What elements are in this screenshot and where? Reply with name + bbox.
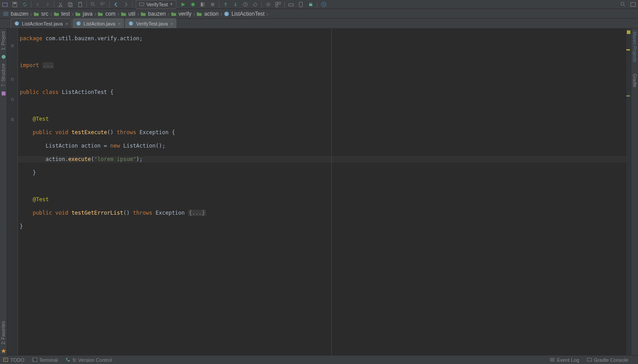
search-icon[interactable] — [618, 0, 628, 9]
svg-text:C: C — [16, 22, 18, 25]
run-icon[interactable] — [178, 0, 188, 9]
svg-point-25 — [311, 2, 312, 3]
line-marker[interactable] — [626, 49, 630, 51]
copy-icon[interactable] — [65, 0, 75, 9]
run-config-dropdown[interactable]: VerifyTest ▼ — [136, 0, 176, 9]
editor-margin-line — [331, 29, 332, 355]
line-marker[interactable] — [626, 95, 630, 97]
paste-icon[interactable] — [75, 0, 85, 9]
fold-collapse-icon[interactable]: ⊟ — [7, 96, 17, 102]
editor-tab[interactable]: CListActionTest.java× — [11, 18, 72, 28]
svg-point-24 — [309, 2, 310, 3]
save-icon[interactable] — [10, 0, 20, 9]
svg-rect-43 — [32, 358, 37, 361]
find-icon[interactable] — [88, 0, 98, 9]
svg-rect-2 — [13, 2, 16, 4]
vcs-commit-icon[interactable] — [231, 0, 240, 9]
avd-icon[interactable] — [296, 0, 306, 9]
forward-icon[interactable] — [121, 0, 131, 9]
back-icon[interactable] — [111, 0, 121, 9]
tool-window-terminal[interactable]: Terminal — [32, 357, 58, 363]
svg-point-44 — [66, 358, 68, 359]
vcs-history-icon[interactable] — [240, 0, 250, 9]
close-icon[interactable]: × — [171, 21, 173, 26]
breadcrumb-item[interactable]: action — [194, 9, 221, 19]
svg-rect-21 — [288, 4, 293, 6]
breadcrumb-item[interactable]: java — [73, 9, 95, 19]
breadcrumb-item[interactable]: com — [95, 9, 118, 19]
tool-window-gradle[interactable]: Gradle — [632, 71, 637, 90]
svg-rect-46 — [550, 358, 554, 361]
svg-rect-0 — [3, 3, 8, 6]
debug-icon[interactable] — [188, 0, 198, 9]
svg-rect-47 — [587, 358, 591, 361]
right-tool-bar: Maven Projects Gradle — [631, 29, 638, 355]
svg-text:?: ? — [322, 2, 325, 7]
tool-window-maven[interactable]: Maven Projects — [632, 29, 637, 65]
breadcrumb-item[interactable]: bauzen — [138, 9, 168, 19]
close-icon[interactable]: × — [65, 21, 68, 26]
fold-expand-icon[interactable]: ⊞ — [7, 116, 17, 123]
svg-rect-20 — [275, 4, 277, 6]
svg-rect-30 — [4, 12, 9, 16]
palette-icon[interactable] — [0, 90, 7, 97]
main-area: 1: Project 7: Structure 2: Favorites ⊞ ⊟… — [0, 29, 638, 355]
tool-window-todo[interactable]: TODO — [3, 357, 25, 363]
stop-icon[interactable] — [208, 0, 218, 9]
svg-rect-8 — [79, 2, 81, 3]
fold-expand-icon[interactable]: ⊞ — [7, 42, 17, 49]
sync-icon[interactable] — [20, 0, 30, 9]
breadcrumb-item[interactable]: verify — [169, 9, 194, 19]
svg-rect-23 — [309, 4, 312, 6]
breadcrumb-item[interactable]: CListActionTest — [222, 9, 267, 19]
svg-rect-11 — [140, 3, 144, 6]
breadcrumb-item[interactable]: bauzen — [1, 9, 31, 19]
status-bar: TODO Terminal 9: Version Control Event L… — [0, 355, 638, 364]
tool-window-eventlog[interactable]: Event Log — [549, 357, 579, 363]
vcs-revert-icon[interactable] — [250, 0, 260, 9]
tool-window-favorites[interactable]: 2: Favorites — [1, 318, 6, 347]
svg-rect-14 — [201, 2, 202, 6]
sdk-icon[interactable] — [286, 0, 296, 9]
ant-icon[interactable] — [0, 54, 7, 60]
code-area[interactable]: package com.util.bauzen.verify.action; i… — [18, 29, 626, 355]
android-icon[interactable] — [306, 0, 316, 9]
svg-text:C: C — [225, 12, 227, 15]
cut-icon[interactable] — [56, 0, 65, 9]
coverage-icon[interactable] — [198, 0, 208, 9]
close-icon[interactable]: × — [118, 21, 120, 26]
breadcrumb-bar: bauzen› src› test› java› com› util› bauz… — [0, 9, 638, 19]
editor[interactable]: ⊞ ⊟ ⊟ ⊞ package com.util.bauzen.verify.a… — [7, 29, 631, 355]
settings-icon[interactable] — [263, 0, 273, 9]
left-tool-bar: 1: Project 7: Structure 2: Favorites — [0, 29, 7, 355]
svg-rect-15 — [211, 3, 214, 6]
tool-window-vcs[interactable]: 9: Version Control — [65, 357, 111, 363]
star-icon[interactable] — [0, 348, 7, 354]
window-icon[interactable] — [628, 0, 638, 9]
editor-tab[interactable]: CVerifyTest.java× — [125, 18, 176, 28]
tool-window-gradleconsole[interactable]: Gradle Console — [587, 357, 628, 363]
marker-bar[interactable] — [626, 29, 631, 355]
svg-point-9 — [91, 2, 94, 5]
editor-tab[interactable]: CListAction.java× — [73, 18, 124, 28]
project-structure-icon[interactable] — [273, 0, 283, 9]
editor-gutter[interactable]: ⊞ ⊟ ⊟ ⊞ — [7, 29, 18, 355]
open-icon[interactable] — [0, 0, 10, 9]
tool-window-project[interactable]: 1: Project — [1, 29, 6, 53]
replace-icon[interactable] — [98, 0, 108, 9]
breadcrumb-item[interactable]: src — [31, 9, 51, 19]
svg-text:C: C — [77, 22, 80, 25]
undo-icon[interactable] — [33, 0, 43, 9]
vcs-update-icon[interactable] — [221, 0, 231, 9]
fold-collapse-icon[interactable]: ⊟ — [7, 76, 17, 82]
breadcrumb-item[interactable]: util — [119, 9, 138, 19]
redo-icon[interactable] — [43, 0, 52, 9]
svg-rect-42 — [4, 358, 8, 361]
run-config-label: VerifyTest — [146, 2, 168, 7]
svg-point-12 — [191, 3, 194, 6]
help-icon[interactable]: ? — [319, 0, 329, 9]
warning-marker[interactable] — [627, 30, 630, 34]
chevron-down-icon: ▼ — [170, 2, 173, 6]
tool-window-structure[interactable]: 7: Structure — [1, 61, 6, 89]
breadcrumb-item[interactable]: test — [51, 9, 73, 19]
